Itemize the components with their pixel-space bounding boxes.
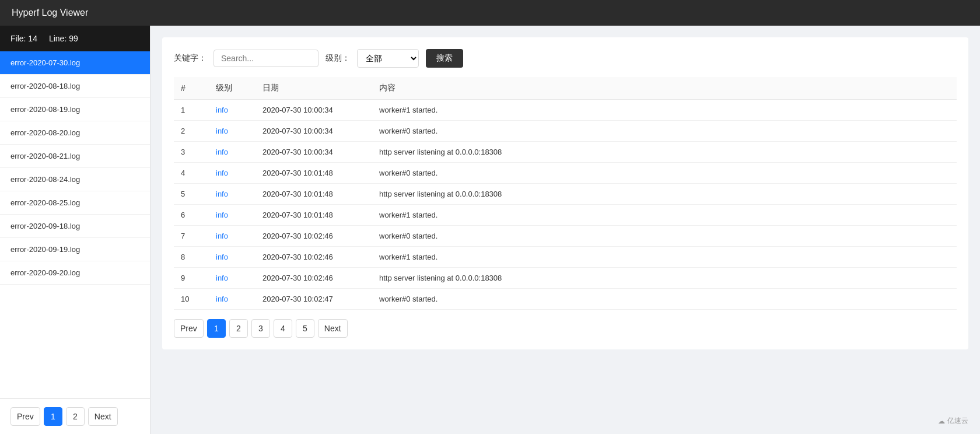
file-list: error-2020-07-30.logerror-2020-08-18.log… bbox=[0, 51, 150, 398]
sidebar-stats: File: 14 Line: 99 bbox=[0, 26, 150, 51]
cell-num: 3 bbox=[174, 142, 209, 163]
app-title: Hyperf Log Viewer bbox=[12, 8, 88, 18]
cell-num: 9 bbox=[174, 268, 209, 289]
cell-level[interactable]: info bbox=[209, 184, 256, 205]
cell-date: 2020-07-30 10:02:46 bbox=[256, 268, 372, 289]
file-item[interactable]: error-2020-09-18.log bbox=[0, 215, 150, 238]
cell-num: 10 bbox=[174, 289, 209, 310]
file-item[interactable]: error-2020-08-20.log bbox=[0, 121, 150, 145]
cell-date: 2020-07-30 10:01:48 bbox=[256, 184, 372, 205]
sidebar-next-button[interactable]: Next bbox=[88, 407, 118, 426]
app-header: Hyperf Log Viewer bbox=[0, 0, 980, 26]
table-row: 6 info 2020-07-30 10:01:48 worker#1 star… bbox=[174, 205, 957, 226]
col-header-content: 内容 bbox=[372, 77, 957, 100]
cell-level[interactable]: info bbox=[209, 121, 256, 142]
cell-date: 2020-07-30 10:01:48 bbox=[256, 163, 372, 184]
cell-level[interactable]: info bbox=[209, 289, 256, 310]
cell-level[interactable]: info bbox=[209, 163, 256, 184]
col-header-date: 日期 bbox=[256, 77, 372, 100]
file-item[interactable]: error-2020-08-21.log bbox=[0, 145, 150, 168]
file-stat: File: 14 bbox=[10, 34, 37, 43]
content-page-4-button[interactable]: 4 bbox=[274, 319, 292, 338]
table-row: 1 info 2020-07-30 10:00:34 worker#1 star… bbox=[174, 100, 957, 121]
sidebar-page-1-button[interactable]: 1 bbox=[44, 407, 62, 426]
cell-num: 4 bbox=[174, 163, 209, 184]
sidebar-pagination: Prev 1 2 Next bbox=[0, 398, 150, 434]
content-prev-button[interactable]: Prev bbox=[174, 319, 204, 338]
cell-date: 2020-07-30 10:02:46 bbox=[256, 226, 372, 247]
table-body: 1 info 2020-07-30 10:00:34 worker#1 star… bbox=[174, 100, 957, 310]
file-item[interactable]: error-2020-08-25.log bbox=[0, 191, 150, 215]
cell-level[interactable]: info bbox=[209, 205, 256, 226]
content-panel: 关键字： 级别： 全部 info warning error debug 搜索 … bbox=[162, 37, 968, 349]
cell-content: http server listening at 0.0.0.0:18308 bbox=[372, 268, 957, 289]
col-header-num: # bbox=[174, 77, 209, 100]
content-page-1-button[interactable]: 1 bbox=[207, 319, 226, 338]
level-select[interactable]: 全部 info warning error debug bbox=[357, 49, 419, 68]
log-table: # 级别 日期 内容 1 info 2020-07-30 10:00:34 wo… bbox=[174, 77, 957, 310]
cell-num: 7 bbox=[174, 226, 209, 247]
cell-content: worker#1 started. bbox=[372, 205, 957, 226]
line-stat: Line: 99 bbox=[49, 34, 78, 43]
table-row: 8 info 2020-07-30 10:02:46 worker#1 star… bbox=[174, 247, 957, 268]
footer-brand: ☁ 亿速云 bbox=[938, 416, 968, 426]
cell-date: 2020-07-30 10:02:46 bbox=[256, 247, 372, 268]
cell-num: 8 bbox=[174, 247, 209, 268]
cell-level[interactable]: info bbox=[209, 142, 256, 163]
cell-content: worker#1 started. bbox=[372, 247, 957, 268]
cell-content: worker#0 started. bbox=[372, 121, 957, 142]
search-button[interactable]: 搜索 bbox=[426, 49, 463, 68]
cell-num: 1 bbox=[174, 100, 209, 121]
level-label: 级别： bbox=[326, 53, 350, 64]
cell-date: 2020-07-30 10:01:48 bbox=[256, 205, 372, 226]
table-row: 7 info 2020-07-30 10:02:46 worker#0 star… bbox=[174, 226, 957, 247]
table-row: 4 info 2020-07-30 10:01:48 worker#0 star… bbox=[174, 163, 957, 184]
cell-num: 6 bbox=[174, 205, 209, 226]
keyword-label: 关键字： bbox=[174, 53, 206, 64]
cell-level[interactable]: info bbox=[209, 268, 256, 289]
table-row: 3 info 2020-07-30 10:00:34 http server l… bbox=[174, 142, 957, 163]
sidebar: File: 14 Line: 99 error-2020-07-30.loger… bbox=[0, 26, 150, 434]
brand-name: 亿速云 bbox=[947, 416, 968, 426]
cell-content: worker#1 started. bbox=[372, 100, 957, 121]
cell-date: 2020-07-30 10:02:47 bbox=[256, 289, 372, 310]
content-next-button[interactable]: Next bbox=[318, 319, 348, 338]
sidebar-prev-button[interactable]: Prev bbox=[10, 407, 40, 426]
table-row: 5 info 2020-07-30 10:01:48 http server l… bbox=[174, 184, 957, 205]
toolbar: 关键字： 级别： 全部 info warning error debug 搜索 bbox=[174, 49, 957, 68]
content-page-3-button[interactable]: 3 bbox=[251, 319, 270, 338]
cell-level[interactable]: info bbox=[209, 226, 256, 247]
content-area: 关键字： 级别： 全部 info warning error debug 搜索 … bbox=[150, 26, 980, 434]
sidebar-page-2-button[interactable]: 2 bbox=[66, 407, 85, 426]
cell-content: worker#0 started. bbox=[372, 163, 957, 184]
file-item[interactable]: error-2020-08-19.log bbox=[0, 98, 150, 121]
main-layout: File: 14 Line: 99 error-2020-07-30.loger… bbox=[0, 26, 980, 434]
content-pagination: Prev 1 2 3 4 5 Next bbox=[174, 319, 957, 338]
file-item[interactable]: error-2020-08-24.log bbox=[0, 168, 150, 191]
table-header: # 级别 日期 内容 bbox=[174, 77, 957, 100]
table-row: 9 info 2020-07-30 10:02:46 http server l… bbox=[174, 268, 957, 289]
cell-date: 2020-07-30 10:00:34 bbox=[256, 100, 372, 121]
table-row: 2 info 2020-07-30 10:00:34 worker#0 star… bbox=[174, 121, 957, 142]
cloud-icon: ☁ bbox=[938, 417, 945, 425]
cell-level[interactable]: info bbox=[209, 100, 256, 121]
content-page-5-button[interactable]: 5 bbox=[296, 319, 314, 338]
cell-content: http server listening at 0.0.0.0:18308 bbox=[372, 142, 957, 163]
cell-num: 5 bbox=[174, 184, 209, 205]
cell-content: http server listening at 0.0.0.0:18308 bbox=[372, 184, 957, 205]
file-item[interactable]: error-2020-09-19.log bbox=[0, 238, 150, 261]
content-page-2-button[interactable]: 2 bbox=[229, 319, 248, 338]
file-item[interactable]: error-2020-09-20.log bbox=[0, 261, 150, 285]
file-item[interactable]: error-2020-07-30.log bbox=[0, 51, 150, 75]
file-item[interactable]: error-2020-08-18.log bbox=[0, 75, 150, 98]
cell-content: worker#0 started. bbox=[372, 289, 957, 310]
table-row: 10 info 2020-07-30 10:02:47 worker#0 sta… bbox=[174, 289, 957, 310]
cell-date: 2020-07-30 10:00:34 bbox=[256, 142, 372, 163]
search-input[interactable] bbox=[214, 50, 318, 67]
col-header-level: 级别 bbox=[209, 77, 256, 100]
cell-content: worker#0 started. bbox=[372, 226, 957, 247]
cell-level[interactable]: info bbox=[209, 247, 256, 268]
cell-num: 2 bbox=[174, 121, 209, 142]
cell-date: 2020-07-30 10:00:34 bbox=[256, 121, 372, 142]
